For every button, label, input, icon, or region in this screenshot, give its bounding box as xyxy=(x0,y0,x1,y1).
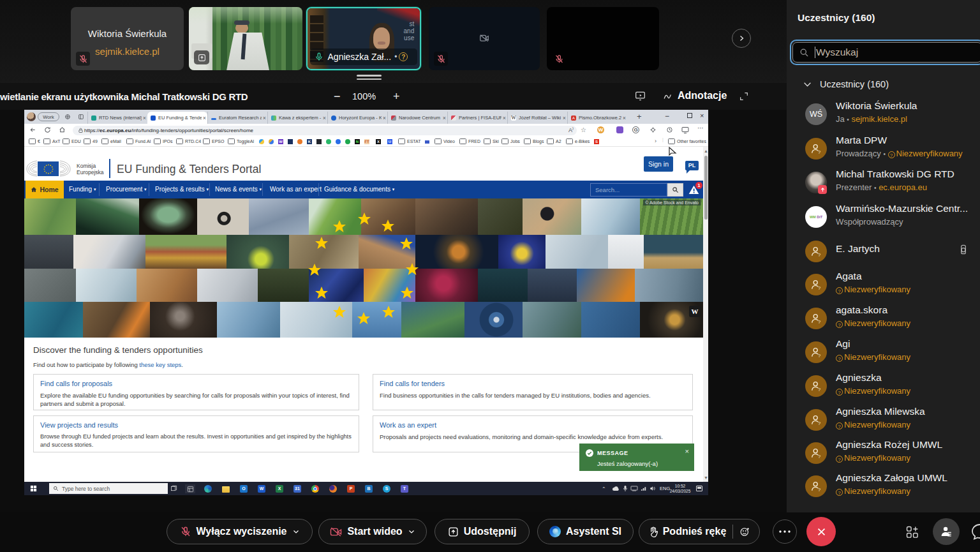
svg-text:?: ? xyxy=(818,387,820,392)
svg-text:?: ? xyxy=(818,454,820,459)
svg-text:?: ? xyxy=(818,149,820,155)
svg-text:?: ? xyxy=(818,421,820,426)
svg-text:?: ? xyxy=(818,487,820,493)
svg-text:?: ? xyxy=(818,252,820,258)
svg-text:?: ? xyxy=(818,285,820,291)
svg-text:?: ? xyxy=(818,353,820,359)
svg-text:?: ? xyxy=(818,319,820,325)
